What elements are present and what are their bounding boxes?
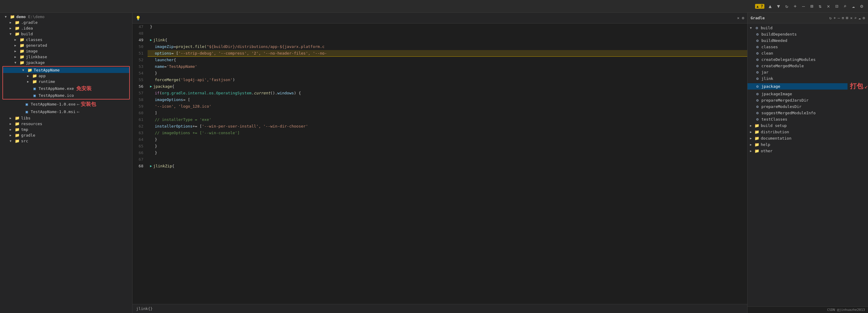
tree-item-testappname-1-exe[interactable]: ▶ ▣ TestAppName-1.0.exe ← 安装包 [0, 100, 132, 108]
jar-icon: ⚙ [755, 70, 760, 75]
gradle-item-classes[interactable]: ⚙ classes [747, 44, 868, 50]
tree-item-build[interactable]: ▼ 📁 build [0, 31, 132, 37]
gradle-list-icon[interactable]: ≡ [842, 16, 844, 20]
code-line-62: installerOptions += [ '--win-per-user-in… [148, 123, 747, 130]
gradle-settings-icon[interactable]: ⚙ [863, 16, 865, 20]
code-footer-text: jlink{} [136, 306, 153, 311]
run-marker-49[interactable]: ▶ [150, 37, 152, 44]
image-folder-icon: 📁 [19, 49, 25, 53]
close-icon[interactable]: ✕ [826, 3, 831, 10]
gradle-item-jar[interactable]: ⚙ jar [747, 69, 868, 76]
minus-icon[interactable]: — [801, 3, 806, 10]
run-marker-68[interactable]: ▶ [150, 163, 152, 169]
gradle-item-jpackage[interactable]: ⚙ jpackage [747, 83, 847, 90]
distribution-label: distribution [761, 130, 789, 134]
run-marker-56[interactable]: ▶ [150, 83, 152, 90]
gradle-item-prepareMergedJarsDir[interactable]: ⚙ prepareMergedJarsDir [747, 97, 868, 104]
chevron-up-icon[interactable]: ▲ [767, 3, 773, 10]
code-text-52-prop: launcher [155, 57, 174, 63]
gradle-item-createDelegatingModules[interactable]: ⚙ createDelegatingModules [747, 56, 868, 63]
gradle-item-build-setup[interactable]: ▶ 📁 build setup [747, 122, 868, 129]
gradle-item-distribution[interactable]: ▶ 📁 distribution [747, 129, 868, 135]
code-line-66: } [148, 149, 747, 156]
tree-item-generated[interactable]: ▶ 📁 generated [0, 42, 132, 48]
sort-icon[interactable]: ⇅ [817, 3, 823, 10]
tree-item-classes[interactable]: ▶ 📁 classes [0, 37, 132, 42]
ln-60: 60 [132, 110, 145, 116]
gradle-item-jlink[interactable]: ⚙ jlink [747, 76, 868, 82]
gradle-item-createMergedModule[interactable]: ⚙ createMergedModule [747, 63, 868, 69]
tree-item-gradle-root[interactable]: ▶ 📁 gradle [0, 132, 132, 138]
code-line-51: options = [ '--strip-debug', '--compress… [148, 50, 747, 57]
add-icon[interactable]: + [793, 3, 798, 10]
settings-icon[interactable]: ⚙ [859, 3, 864, 10]
gradle-item-buildNeeded[interactable]: ⚙ buildNeeded [747, 37, 868, 44]
build-group-icon: ⚙ [754, 26, 760, 30]
image-label: image [26, 49, 38, 53]
tree-item-testappname-ico[interactable]: ▶ ▣ TestAppName.ico [3, 92, 129, 98]
generated-label: generated [26, 43, 47, 48]
gradle-item-prepareModulesDir[interactable]: ⚙ prepareModulesDir [747, 104, 868, 110]
lightbulb-icon[interactable]: 💡 [135, 16, 141, 21]
code-settings-icon[interactable]: ⚙ [742, 16, 744, 20]
tree-item-testappname-1-msi[interactable]: ▶ ▣ TestAppName-1.0.msi ← [0, 108, 132, 115]
grid-icon[interactable]: ⊞ [809, 3, 815, 10]
gradle-item-buildDependents[interactable]: ⚙ buildDependents [747, 31, 868, 37]
gradle-search-icon[interactable]: ⌕ [855, 16, 857, 20]
buildNeeded-icon: ⚙ [755, 38, 760, 43]
tree-item-jlinkbase[interactable]: ▶ 📁 jlinkbase [0, 54, 132, 60]
ln-54: 54 [132, 70, 145, 77]
gradle-refresh-icon[interactable]: ↻ [830, 16, 832, 20]
code-text-68-op: { [172, 163, 175, 169]
gradle-item-help[interactable]: ▶ 📁 help [747, 141, 868, 148]
gradle-add-icon[interactable]: + [833, 16, 836, 20]
gradle-item-other[interactable]: ▶ 📁 other [747, 148, 868, 154]
tree-item-libs[interactable]: ▶ 📁 libs [0, 115, 132, 121]
cloud-icon[interactable]: ☁ [851, 3, 856, 10]
refresh-icon[interactable]: ↻ [784, 3, 790, 10]
tree-root[interactable]: ▼ 📁 demo E:\demo [0, 14, 132, 20]
code-lines[interactable]: } ▶ jlink { imageZip = project.file( "${ [148, 24, 747, 304]
tree-item-testappname[interactable]: ▼ 📁 TestAppName [3, 67, 129, 73]
code-footer: jlink{} [132, 304, 747, 313]
tree-item-image[interactable]: ▶ 📁 image [0, 48, 132, 54]
search-icon[interactable]: ⌕ [842, 3, 848, 10]
warning-badge[interactable]: ▲ 7 [755, 4, 765, 9]
tree-item-resources[interactable]: ▶ 📁 resources [0, 121, 132, 126]
gradle-close-icon[interactable]: ✕ [850, 16, 852, 20]
tree-item-tmp[interactable]: ▶ 📁 tmp [0, 126, 132, 132]
gradle-expand-icon[interactable]: ⊞ [846, 16, 848, 20]
distribution-arrow: ▶ [750, 130, 754, 134]
chevron-down-icon[interactable]: ▼ [776, 3, 781, 10]
resources-label: resources [21, 121, 42, 126]
gradle-item-suggestMergedModuleInfo[interactable]: ⚙ suggestMergedModuleInfo [747, 110, 868, 116]
gradle-item-documentation[interactable]: ▶ 📁 documentation [747, 135, 868, 141]
gradle-cloud-icon[interactable]: ☁ [858, 16, 861, 20]
tree-item-runtime[interactable]: ▶ 📁 runtime [3, 79, 129, 84]
gradle-item-testClasses[interactable]: ⚙ testClasses [747, 116, 868, 122]
code-header: 💡 ✕ ⚙ [132, 13, 747, 24]
code-line-57: if ( org.gradle.internal.os.OperatingSys… [148, 90, 747, 96]
tree-item-testappname-exe[interactable]: ▶ ▣ TestAppName.exe 免安装 [3, 84, 129, 92]
testappname-arrow: ▼ [22, 68, 27, 72]
gradle-bottom-bar: CSDN @jinhuazhe2013 [747, 306, 868, 313]
csdn-credit: CSDN @jinhuazhe2013 [827, 308, 865, 312]
ico-file-icon: ▣ [32, 93, 37, 98]
gradle-item-clean[interactable]: ⚙ clean [747, 50, 868, 56]
package-annotation-text: 打包 [850, 82, 863, 91]
tree-item-jpackage[interactable]: ▼ 📁 jpackage [0, 60, 132, 65]
gradle-minus-icon[interactable]: — [838, 16, 840, 20]
gradle-item-jpackageImage[interactable]: ⚙ jpackageImage [747, 91, 868, 97]
gradle-item-build-group[interactable]: ▼ ⚙ build [747, 25, 868, 31]
ln-68: 68 [132, 163, 145, 169]
tree-item-idea[interactable]: ▶ 📁 .idea [0, 25, 132, 31]
expand-icon[interactable]: ⊡ [834, 3, 839, 10]
tree-item-app[interactable]: ▶ 📁 app [3, 73, 129, 79]
tree-item-src[interactable]: ▼ 📁 src [0, 138, 132, 144]
testappname-label: TestAppName [34, 68, 60, 73]
code-text-57-op: ( [160, 90, 162, 96]
tree-item-gradle-hidden[interactable]: ▶ 📁 .gradle [0, 20, 132, 25]
other-arrow: ▶ [750, 149, 754, 152]
image-arrow: ▶ [14, 50, 19, 53]
code-close-icon[interactable]: ✕ [737, 16, 739, 20]
